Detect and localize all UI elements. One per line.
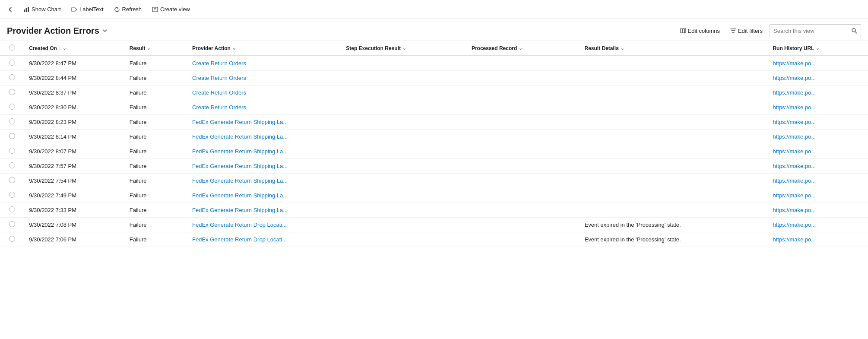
svg-rect-7 (683, 29, 684, 33)
provider-action-link[interactable]: Create Return Orders (192, 60, 246, 67)
col-header-result[interactable]: Result ⌄ (124, 41, 187, 56)
cell-run-history-url[interactable]: https://make.po... (767, 203, 868, 218)
cell-provider-action[interactable]: FedEx Generate Return Shipping La... (187, 188, 341, 203)
col-filter-processed[interactable]: ⌄ (519, 46, 522, 51)
col-header-run-history[interactable]: Run History URL ⌄ (767, 41, 868, 56)
cell-run-history-url[interactable]: https://make.po... (767, 188, 868, 203)
cell-run-history-url[interactable]: https://make.po... (767, 159, 868, 174)
cell-provider-action[interactable]: FedEx Generate Return Shipping La... (187, 130, 341, 144)
run-history-link[interactable]: https://make.po... (773, 222, 816, 228)
row-checkbox[interactable] (9, 177, 15, 183)
col-filter-created[interactable]: ⌄ (63, 46, 66, 51)
cell-result: Failure (124, 144, 187, 159)
provider-action-link[interactable]: FedEx Generate Return Shipping La... (192, 163, 288, 169)
cell-run-history-url[interactable]: https://make.po... (767, 115, 868, 130)
row-checkbox[interactable] (9, 192, 15, 198)
cell-result-details (579, 71, 767, 86)
col-filter-provider[interactable]: ⌄ (232, 46, 236, 51)
row-checkbox-cell (0, 71, 24, 86)
col-filter-step[interactable]: ⌄ (402, 46, 406, 51)
col-header-step-execution[interactable]: Step Execution Result ⌄ (341, 41, 466, 56)
provider-action-link[interactable]: FedEx Generate Return Shipping La... (192, 148, 288, 155)
cell-run-history-url[interactable]: https://make.po... (767, 218, 868, 232)
cell-step-execution (341, 159, 466, 174)
cell-run-history-url[interactable]: https://make.po... (767, 144, 868, 159)
cell-run-history-url[interactable]: https://make.po... (767, 100, 868, 115)
cell-provider-action[interactable]: FedEx Generate Return Drop Locati... (187, 232, 341, 247)
provider-action-link[interactable]: FedEx Generate Return Drop Locati... (192, 236, 287, 243)
row-checkbox-cell (0, 218, 24, 232)
col-header-provider-action[interactable]: Provider Action ⌄ (187, 41, 341, 56)
run-history-link[interactable]: https://make.po... (773, 207, 816, 213)
provider-action-link[interactable]: FedEx Generate Return Shipping La... (192, 192, 288, 199)
create-view-button[interactable]: Create view (148, 4, 194, 14)
edit-columns-button[interactable]: Edit columns (677, 26, 723, 36)
label-text-button[interactable]: LabelText (67, 4, 108, 14)
cell-provider-action[interactable]: FedEx Generate Return Shipping La... (187, 144, 341, 159)
cell-provider-action[interactable]: FedEx Generate Return Drop Locati... (187, 218, 341, 232)
col-header-processed-record[interactable]: Processed Record ⌄ (466, 41, 580, 56)
cell-run-history-url[interactable]: https://make.po... (767, 174, 868, 188)
cell-run-history-url[interactable]: https://make.po... (767, 232, 868, 247)
provider-action-link[interactable]: FedEx Generate Return Shipping La... (192, 207, 288, 213)
cell-run-history-url[interactable]: https://make.po... (767, 71, 868, 86)
cell-provider-action[interactable]: Create Return Orders (187, 56, 341, 71)
search-input[interactable] (770, 28, 848, 34)
provider-action-link[interactable]: FedEx Generate Return Shipping La... (192, 133, 288, 140)
chevron-down-icon[interactable] (102, 28, 108, 34)
cell-provider-action[interactable]: FedEx Generate Return Shipping La... (187, 115, 341, 130)
row-checkbox[interactable] (9, 104, 15, 110)
cell-provider-action[interactable]: FedEx Generate Return Shipping La... (187, 159, 341, 174)
run-history-link[interactable]: https://make.po... (773, 192, 816, 199)
provider-action-link[interactable]: FedEx Generate Return Shipping La... (192, 177, 288, 184)
row-checkbox[interactable] (9, 74, 15, 80)
row-checkbox[interactable] (9, 162, 15, 168)
provider-action-link[interactable]: FedEx Generate Return Shipping La... (192, 119, 288, 125)
col-filter-url[interactable]: ⌄ (816, 46, 819, 51)
provider-action-link[interactable]: Create Return Orders (192, 104, 246, 111)
row-checkbox[interactable] (9, 118, 15, 124)
select-all-checkbox[interactable] (9, 44, 15, 51)
run-history-link[interactable]: https://make.po... (773, 148, 816, 155)
cell-run-history-url[interactable]: https://make.po... (767, 56, 868, 71)
cell-provider-action[interactable]: Create Return Orders (187, 100, 341, 115)
run-history-link[interactable]: https://make.po... (773, 177, 816, 184)
cell-run-history-url[interactable]: https://make.po... (767, 130, 868, 144)
row-checkbox[interactable] (9, 60, 15, 66)
col-filter-result[interactable]: ⌄ (147, 46, 150, 51)
col-header-result-details[interactable]: Result Details ⌄ (579, 41, 767, 56)
cell-run-history-url[interactable]: https://make.po... (767, 86, 868, 100)
row-checkbox[interactable] (9, 148, 15, 154)
row-checkbox[interactable] (9, 221, 15, 227)
provider-action-link[interactable]: Create Return Orders (192, 89, 246, 96)
row-checkbox-cell (0, 115, 24, 130)
row-checkbox[interactable] (9, 236, 15, 242)
cell-provider-action[interactable]: Create Return Orders (187, 86, 341, 100)
row-checkbox[interactable] (9, 206, 15, 212)
provider-action-link[interactable]: Create Return Orders (192, 75, 246, 81)
run-history-link[interactable]: https://make.po... (773, 89, 816, 96)
show-chart-button[interactable]: Show Chart (19, 4, 65, 14)
cell-provider-action[interactable]: FedEx Generate Return Shipping La... (187, 174, 341, 188)
cell-provider-action[interactable]: FedEx Generate Return Shipping La... (187, 203, 341, 218)
select-all-header[interactable] (0, 41, 24, 56)
run-history-link[interactable]: https://make.po... (773, 236, 816, 243)
provider-action-link[interactable]: FedEx Generate Return Drop Locati... (192, 222, 287, 228)
run-history-link[interactable]: https://make.po... (773, 75, 816, 81)
cell-result: Failure (124, 203, 187, 218)
run-history-link[interactable]: https://make.po... (773, 119, 816, 125)
refresh-button[interactable]: Refresh (110, 4, 146, 14)
run-history-link[interactable]: https://make.po... (773, 133, 816, 140)
search-button[interactable] (848, 24, 861, 37)
edit-filters-button[interactable]: Edit filters (727, 26, 766, 36)
col-header-created-on[interactable]: Created On ↓ ⌄ (24, 41, 124, 56)
run-history-link[interactable]: https://make.po... (773, 60, 816, 67)
back-button[interactable] (3, 3, 17, 16)
row-checkbox[interactable] (9, 89, 15, 95)
run-history-link[interactable]: https://make.po... (773, 104, 816, 111)
run-history-link[interactable]: https://make.po... (773, 163, 816, 169)
refresh-label: Refresh (122, 6, 142, 13)
row-checkbox[interactable] (9, 133, 15, 139)
col-filter-details[interactable]: ⌄ (621, 46, 624, 51)
cell-provider-action[interactable]: Create Return Orders (187, 71, 341, 86)
